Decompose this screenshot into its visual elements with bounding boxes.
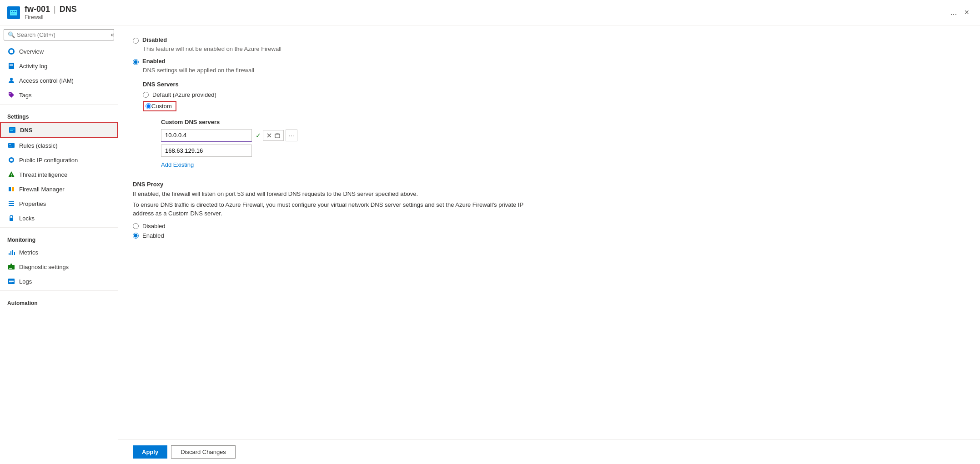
enabled-desc: DNS settings will be applied on the fire… <box>143 67 542 74</box>
proxy-disabled-radio[interactable] <box>133 223 139 229</box>
dns-servers-label: DNS Servers <box>143 81 542 88</box>
dns-entry-more-button[interactable]: ··· <box>286 130 297 141</box>
activity-log-icon <box>7 62 15 70</box>
add-existing-link[interactable]: Add Existing <box>161 161 194 168</box>
svg-rect-33 <box>14 252 15 255</box>
enabled-label[interactable]: Enabled <box>142 58 166 65</box>
sidebar-item-overview[interactable]: Overview <box>0 44 118 59</box>
settings-section-label: Settings <box>0 106 118 122</box>
dns-proxy-title: DNS Proxy <box>133 181 542 188</box>
dns-entry-input-2[interactable] <box>161 145 252 157</box>
svg-rect-40 <box>9 281 14 282</box>
firewall-manager-icon <box>7 185 15 193</box>
sidebar-item-threat-intel[interactable]: Threat intelligence <box>0 167 118 182</box>
svg-rect-27 <box>9 203 14 204</box>
monitoring-section-label: Monitoring <box>0 230 118 245</box>
svg-rect-31 <box>10 251 11 255</box>
page-title: fw-001 | DNS <box>25 5 946 14</box>
dns-entry-row-1: ✓ ··· <box>161 129 542 142</box>
top-bar: fw-001 | DNS Firewall ... × <box>0 0 980 25</box>
enabled-radio-group: Enabled DNS settings will be applied on … <box>133 58 542 74</box>
logs-icon <box>7 277 15 285</box>
public-ip-icon <box>7 156 15 164</box>
sidebar-item-firewall-manager[interactable]: Firewall Manager <box>0 182 118 196</box>
sidebar-item-tags[interactable]: Tags <box>0 88 118 102</box>
disabled-desc: This feature will not be enabled on the … <box>143 45 542 52</box>
page-subtitle: Firewall <box>25 14 946 20</box>
close-button[interactable]: × <box>960 6 973 19</box>
overview-icon <box>7 47 15 55</box>
default-dns-radio[interactable] <box>143 92 149 98</box>
iam-icon <box>7 76 15 85</box>
svg-rect-36 <box>9 267 14 267</box>
sidebar-item-locks[interactable]: Locks <box>0 211 118 225</box>
disabled-label[interactable]: Disabled <box>142 36 167 43</box>
svg-rect-22 <box>11 174 11 175</box>
resource-icon <box>7 6 20 19</box>
dns-icon <box>8 126 16 134</box>
svg-point-21 <box>10 159 13 161</box>
automation-section-label: Automation <box>0 293 118 308</box>
svg-rect-19 <box>9 146 12 146</box>
dns-form-section: Disabled This feature will not be enable… <box>133 36 542 239</box>
delete-icon <box>274 132 281 139</box>
dns-proxy-section: DNS Proxy If enabled, the firewall will … <box>133 181 542 239</box>
svg-rect-25 <box>12 187 14 191</box>
svg-rect-3 <box>15 11 16 12</box>
disabled-radio[interactable] <box>133 38 139 44</box>
svg-rect-35 <box>10 264 12 265</box>
sidebar-item-properties[interactable]: Properties <box>0 196 118 211</box>
svg-rect-39 <box>9 280 14 280</box>
sidebar: 🔍 « Overview Activity log Ac <box>0 25 118 464</box>
discard-button[interactable]: Discard Changes <box>171 445 236 459</box>
proxy-disabled-label[interactable]: Disabled <box>142 223 166 230</box>
search-input[interactable] <box>17 31 110 38</box>
svg-rect-5 <box>11 14 15 14</box>
footer-bar: Apply Discard Changes <box>118 439 980 464</box>
svg-rect-18 <box>9 145 11 145</box>
sidebar-item-rules-classic[interactable]: Rules (classic) <box>0 138 118 153</box>
dns-servers-section: DNS Servers Default (Azure provided) Cus… <box>143 81 542 168</box>
sidebar-item-iam[interactable]: Access control (IAM) <box>0 73 118 88</box>
sidebar-item-activity-log[interactable]: Activity log <box>0 59 118 73</box>
proxy-enabled-radio[interactable] <box>133 233 139 239</box>
svg-rect-37 <box>9 268 12 269</box>
diagnostic-icon <box>7 263 15 271</box>
search-box[interactable]: 🔍 <box>4 29 114 40</box>
proxy-disabled-option: Disabled <box>133 223 542 230</box>
apply-button[interactable]: Apply <box>133 445 167 459</box>
svg-rect-24 <box>9 187 11 191</box>
custom-radio-highlight: Custom <box>143 101 176 111</box>
sidebar-item-metrics[interactable]: Metrics <box>0 245 118 259</box>
svg-rect-29 <box>10 218 13 221</box>
sidebar-item-diagnostic[interactable]: Diagnostic settings <box>0 259 118 274</box>
svg-rect-11 <box>10 67 12 67</box>
content-scroll: Disabled This feature will not be enable… <box>118 25 980 439</box>
sidebar-item-dns[interactable]: DNS <box>0 122 118 138</box>
enabled-option: Enabled <box>133 58 542 65</box>
dns-entry-row-2 <box>161 145 542 157</box>
svg-rect-16 <box>10 130 13 131</box>
svg-point-23 <box>11 176 12 177</box>
dns-entry-delete-button[interactable] <box>263 130 284 141</box>
svg-rect-15 <box>10 129 15 130</box>
svg-rect-4 <box>11 13 16 13</box>
svg-rect-41 <box>9 283 12 283</box>
default-dns-option: Default (Azure provided) <box>143 91 542 98</box>
sidebar-item-logs[interactable]: Logs <box>0 274 118 289</box>
rules-icon <box>7 141 15 150</box>
dns-proxy-desc-1: If enabled, the firewall will listen on … <box>133 190 542 199</box>
disabled-option: Disabled <box>133 36 542 44</box>
dns-entry-input-1[interactable] <box>161 129 252 142</box>
collapse-sidebar-button[interactable]: « <box>107 29 118 40</box>
metrics-icon <box>7 248 15 256</box>
proxy-enabled-label[interactable]: Enabled <box>142 232 164 239</box>
default-dns-label[interactable]: Default (Azure provided) <box>152 91 216 98</box>
svg-rect-1 <box>11 11 12 12</box>
more-options-button[interactable]: ... <box>946 6 960 19</box>
custom-dns-label[interactable]: Custom <box>151 103 172 110</box>
enabled-radio[interactable] <box>133 59 139 65</box>
custom-dns-radio[interactable] <box>146 103 151 109</box>
sidebar-item-public-ip[interactable]: Public IP configuration <box>0 153 118 167</box>
proxy-enabled-option: Enabled <box>133 232 542 239</box>
